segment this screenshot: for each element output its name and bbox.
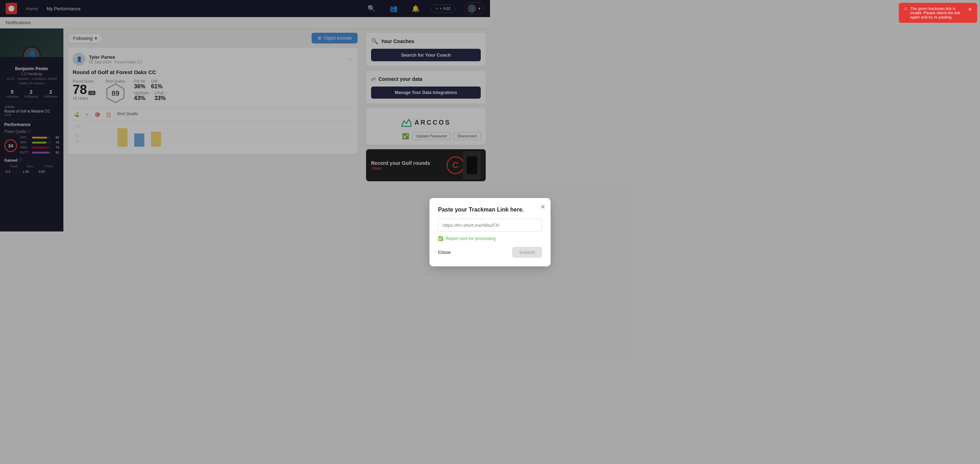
modal-overlay[interactable]: Paste your Trackman Link here. ✕ ✅ Repor… (0, 0, 490, 232)
trackman-link-input[interactable] (438, 219, 490, 232)
modal-title: Paste your Trackman Link here. (438, 207, 490, 213)
trackman-modal: Paste your Trackman Link here. ✕ ✅ Repor… (430, 198, 490, 232)
